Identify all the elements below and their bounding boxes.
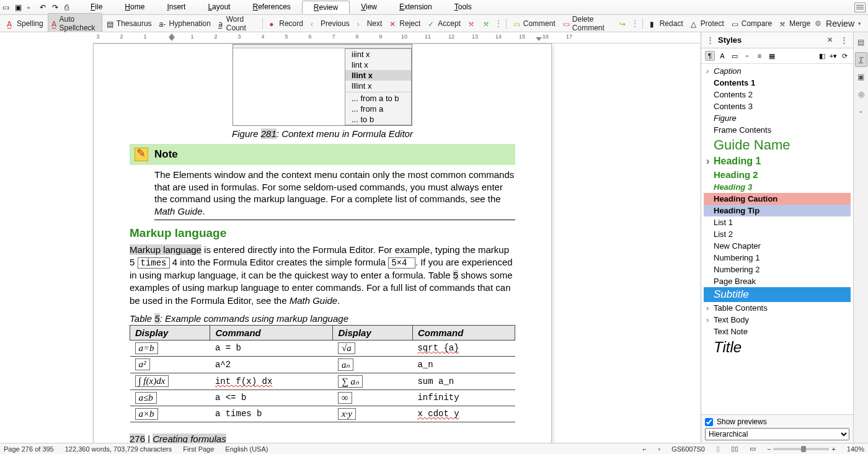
- style-item[interactable]: Contents 2: [704, 89, 851, 100]
- thesaurus-button[interactable]: ▤Thesaurus: [104, 18, 155, 29]
- view-book-icon[interactable]: ▭: [750, 445, 756, 453]
- menu-insert[interactable]: Insert: [156, 1, 197, 14]
- view-single-icon[interactable]: ▯: [716, 445, 720, 453]
- print-icon[interactable]: ⎙: [64, 3, 73, 12]
- fill-format-icon[interactable]: ◧: [817, 51, 827, 61]
- status-pagestyle[interactable]: First Page: [183, 445, 214, 453]
- style-item[interactable]: Frame Contents: [704, 124, 851, 136]
- menu-extension[interactable]: Extension: [388, 1, 443, 14]
- tab-properties-icon[interactable]: ▤: [855, 35, 867, 50]
- status-selection-icon[interactable]: ▫: [658, 445, 660, 453]
- style-item[interactable]: New Chapter: [704, 240, 851, 252]
- panel-menu-icon[interactable]: ⋮: [840, 35, 848, 45]
- status-wordcount[interactable]: 122,360 words, 703,729 characters: [65, 445, 172, 453]
- style-item[interactable]: Numbering 1: [704, 252, 851, 264]
- style-item[interactable]: Numbering 2: [704, 264, 851, 275]
- show-previews-checkbox[interactable]: Show previews: [705, 417, 849, 426]
- list-styles-icon[interactable]: ≡: [755, 51, 764, 61]
- ctxmenu-item[interactable]: ... to b: [345, 114, 411, 125]
- style-item[interactable]: Caption: [704, 65, 851, 77]
- ctxmenu-item[interactable]: llint x: [345, 70, 411, 81]
- menu-layout[interactable]: Layout: [197, 1, 241, 14]
- horizontal-ruler[interactable]: 3211234567891011121314151617: [93, 32, 701, 43]
- tab-navigator-icon[interactable]: ◎: [855, 87, 867, 102]
- ctxmenu-item[interactable]: lllint x: [345, 81, 411, 91]
- compare-button[interactable]: ▭Compare: [728, 18, 775, 29]
- ctxmenu-item[interactable]: ... from a: [345, 104, 411, 114]
- character-styles-icon[interactable]: A: [717, 51, 727, 61]
- new-doc-icon[interactable]: ▭: [2, 3, 11, 12]
- menu-references[interactable]: References: [241, 1, 301, 14]
- status-insert-icon[interactable]: ⌐: [643, 445, 647, 453]
- style-item[interactable]: Heading Caution: [704, 193, 851, 205]
- zoom-value[interactable]: 140%: [847, 445, 864, 453]
- tab-gallery-icon[interactable]: ▣: [855, 69, 867, 84]
- tab-styles-icon[interactable]: T: [855, 52, 867, 67]
- accept-button[interactable]: ✓Accept: [425, 18, 464, 29]
- style-item[interactable]: Heading 1: [704, 154, 851, 168]
- protect-button[interactable]: △Protect: [688, 18, 727, 29]
- merge-button[interactable]: ⤲Merge: [776, 18, 813, 29]
- style-item[interactable]: Title: [704, 337, 851, 357]
- status-page[interactable]: Page 276 of 395: [4, 445, 54, 453]
- style-item[interactable]: Page Break: [704, 275, 851, 287]
- next-button[interactable]: ›Next: [354, 18, 386, 29]
- frame-styles-icon[interactable]: ▭: [730, 51, 740, 61]
- style-item[interactable]: Heading 2: [704, 168, 851, 181]
- new-style-icon[interactable]: +▾: [828, 51, 838, 61]
- redo-icon[interactable]: ↷: [52, 3, 61, 12]
- style-item[interactable]: List 2: [704, 228, 851, 240]
- tab-page-icon[interactable]: ▫: [855, 104, 867, 119]
- hamburger-icon[interactable]: [854, 2, 866, 12]
- styles-list[interactable]: CaptionContents 1Contents 2Contents 3Fig…: [701, 64, 853, 414]
- accept-all-icon[interactable]: ⤲: [480, 19, 494, 29]
- redact-button[interactable]: ▮Redact: [647, 18, 686, 29]
- menu-tools[interactable]: Tools: [443, 1, 483, 14]
- style-item[interactable]: Subtitle: [704, 287, 851, 302]
- update-style-icon[interactable]: ⟳: [839, 51, 849, 61]
- page-footer: 276 | Creating formulas: [130, 434, 515, 443]
- table-styles-icon[interactable]: ▦: [767, 51, 777, 61]
- zoom-slider[interactable]: −+: [767, 445, 836, 453]
- styles-filter-select[interactable]: Hierarchical: [705, 428, 849, 440]
- menu-review[interactable]: Review: [302, 1, 350, 14]
- style-item[interactable]: Heading 3: [704, 181, 851, 193]
- style-item[interactable]: List 1: [704, 216, 851, 228]
- open-icon[interactable]: ▣: [15, 3, 24, 12]
- record-button[interactable]: ●Record: [266, 18, 306, 29]
- reject-all-icon[interactable]: ⤲: [465, 19, 479, 29]
- style-item[interactable]: Contents 1: [704, 77, 851, 89]
- spelling-button[interactable]: A̲Spelling: [4, 18, 46, 29]
- ctxmenu-item[interactable]: ... from a to b: [345, 93, 411, 104]
- save-icon[interactable]: ▫: [27, 3, 36, 12]
- ctxmenu-item[interactable]: lint x: [345, 60, 411, 70]
- hyphenation-button[interactable]: a-Hyphenation: [156, 18, 214, 29]
- paragraph-styles-icon[interactable]: ¶: [705, 51, 715, 61]
- delete-comment-button[interactable]: ▭Delete Comment: [560, 14, 615, 33]
- wordcount-button[interactable]: a̲Word Count: [215, 14, 259, 33]
- menu-file[interactable]: File: [79, 1, 113, 14]
- style-item[interactable]: Contents 3: [704, 100, 851, 112]
- style-item[interactable]: Text Note: [704, 326, 851, 337]
- gear-icon[interactable]: ⚙: [815, 19, 822, 28]
- view-multi-icon[interactable]: ▯▯: [731, 445, 738, 453]
- style-item[interactable]: Figure: [704, 112, 851, 124]
- style-item[interactable]: Guide Name: [704, 136, 851, 154]
- review-dropdown[interactable]: Review: [823, 17, 864, 30]
- menu-home[interactable]: Home: [113, 1, 156, 14]
- comment-button[interactable]: ▭Comment: [510, 18, 559, 29]
- panel-close-icon[interactable]: ✕: [827, 36, 833, 44]
- previous-button[interactable]: ‹Previous: [308, 18, 353, 29]
- style-item[interactable]: Heading Tip: [704, 205, 851, 216]
- autospellcheck-button[interactable]: A̲Auto Spellcheck: [48, 13, 102, 34]
- status-language[interactable]: English (USA): [225, 445, 268, 453]
- undo-icon[interactable]: ↶: [40, 3, 48, 12]
- reject-button[interactable]: ✕Reject: [386, 18, 423, 29]
- ctxmenu-item[interactable]: iiint x: [345, 49, 411, 60]
- style-item[interactable]: Text Body: [704, 314, 851, 326]
- page-styles-icon[interactable]: ▫: [742, 51, 752, 61]
- menu-view[interactable]: View: [350, 1, 388, 14]
- next-comment-icon[interactable]: ↪: [616, 19, 630, 29]
- style-item[interactable]: Table Contents: [704, 302, 851, 314]
- table-row: a≤ba <= b∞infinity: [130, 389, 515, 406]
